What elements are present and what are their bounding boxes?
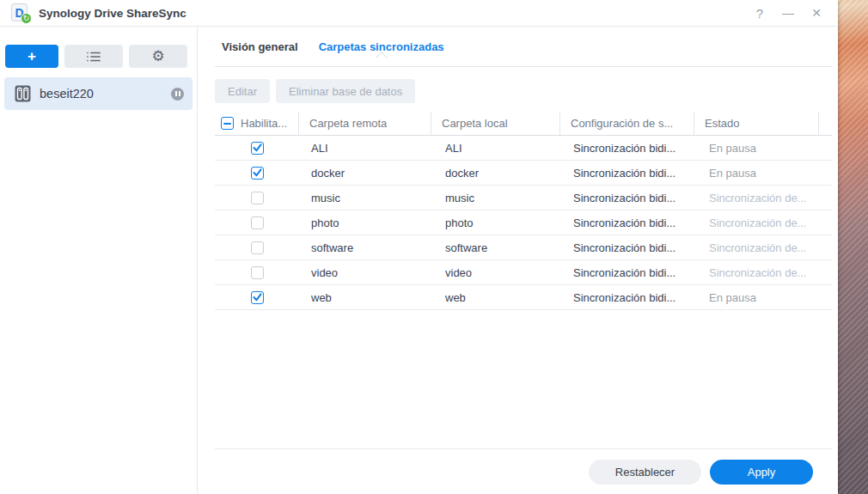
action-toolbar: Editar Eliminar base de datos <box>215 79 832 103</box>
synced-folders-table: Habilita... Carpeta remota Carpeta local… <box>215 112 832 310</box>
column-header-remote-folder[interactable]: Carpeta remota <box>299 112 431 135</box>
check-icon <box>253 293 262 302</box>
table-header: Habilita... Carpeta remota Carpeta local… <box>215 112 832 136</box>
row-enabled-checkbox[interactable] <box>251 217 264 229</box>
pause-status-icon <box>171 88 184 101</box>
table-row[interactable]: web web Sincronización bidi... En pausa <box>215 285 832 310</box>
sidebar-item-connection[interactable]: beseit220 <box>4 77 193 110</box>
sync-config-cell: Sincronización bidi... <box>560 241 694 254</box>
row-enabled-checkbox[interactable] <box>251 167 264 180</box>
connection-name: beseit220 <box>40 87 171 101</box>
remote-folder-cell: docker <box>299 167 431 180</box>
status-cell: Sincronización de... <box>694 241 832 254</box>
remote-folder-cell: ALI <box>299 142 431 155</box>
sync-config-cell: Sincronización bidi... <box>560 291 694 304</box>
row-enabled-checkbox[interactable] <box>251 291 264 304</box>
sync-config-cell: Sincronización bidi... <box>560 266 694 279</box>
status-cell: En pausa <box>694 291 832 304</box>
select-all-checkbox[interactable] <box>221 117 234 130</box>
tab-vision-general[interactable]: Visión general <box>222 37 298 57</box>
app-title: Synology Drive ShareSync <box>39 7 186 20</box>
table-row[interactable]: photo photo Sincronización bidi... Sincr… <box>215 210 832 235</box>
sync-config-cell: Sincronización bidi... <box>560 167 694 180</box>
row-enabled-checkbox[interactable] <box>251 142 264 155</box>
status-cell: Sincronización de... <box>694 192 832 204</box>
row-enabled-checkbox[interactable] <box>251 266 264 279</box>
row-enabled-checkbox[interactable] <box>251 192 264 204</box>
column-header-enabled[interactable]: Habilita... <box>215 112 299 135</box>
reset-button[interactable]: Restablecer <box>589 460 701 485</box>
edit-button[interactable]: Editar <box>215 79 270 103</box>
local-folder-cell: video <box>431 266 560 279</box>
remote-folder-cell: web <box>299 291 431 304</box>
titlebar: D ↻ Synology Drive ShareSync ? — ✕ <box>0 0 838 27</box>
app-logo-icon: D ↻ <box>10 3 31 23</box>
main-panel: Visión general Carpetas sincronizadas Ed… <box>198 27 838 494</box>
check-icon <box>253 143 262 152</box>
status-cell: Sincronización de... <box>694 266 832 279</box>
table-row[interactable]: software software Sincronización bidi...… <box>215 235 832 260</box>
table-body: ALI ALI Sincronización bidi... En pausa … <box>215 136 832 310</box>
footer: Restablecer Apply <box>215 449 832 494</box>
local-folder-cell: software <box>431 241 560 254</box>
settings-button[interactable]: ⚙ <box>129 45 187 68</box>
help-button[interactable]: ? <box>749 3 771 22</box>
tab-bar: Visión general Carpetas sincronizadas <box>215 27 832 67</box>
remote-folder-cell: software <box>299 241 431 254</box>
local-folder-cell: ALI <box>431 142 560 155</box>
remote-folder-cell: music <box>299 192 431 204</box>
app-window: D ↻ Synology Drive ShareSync ? — ✕ + <box>0 0 838 494</box>
add-connection-button[interactable]: + <box>5 45 58 68</box>
table-row[interactable]: ALI ALI Sincronización bidi... En pausa <box>215 136 832 161</box>
status-cell: En pausa <box>694 142 832 155</box>
sync-config-cell: Sincronización bidi... <box>560 142 694 155</box>
active-tab-notch <box>376 51 388 63</box>
local-folder-cell: web <box>431 291 560 304</box>
sync-config-cell: Sincronización bidi... <box>560 192 694 204</box>
sync-badge-icon: ↻ <box>21 13 32 24</box>
remote-folder-cell: photo <box>299 217 431 229</box>
sync-config-cell: Sincronización bidi... <box>560 217 694 229</box>
status-cell: Sincronización de... <box>694 217 832 229</box>
column-header-spacer <box>819 112 832 135</box>
close-button[interactable]: ✕ <box>805 3 828 22</box>
remote-folder-cell: video <box>299 266 431 279</box>
table-row[interactable]: video video Sincronización bidi... Sincr… <box>215 260 832 285</box>
delete-database-button[interactable]: Eliminar base de datos <box>276 79 415 103</box>
column-header-status[interactable]: Estado <box>694 112 819 135</box>
row-enabled-checkbox[interactable] <box>251 241 264 254</box>
list-icon <box>86 50 101 64</box>
status-cell: En pausa <box>694 167 832 180</box>
column-header-sync-config[interactable]: Configuración de s... <box>560 112 694 135</box>
column-header-local-folder[interactable]: Carpeta local <box>431 112 560 135</box>
table-row[interactable]: music music Sincronización bidi... Sincr… <box>215 186 832 210</box>
local-folder-cell: docker <box>431 167 560 180</box>
tab-carpetas-sincronizadas[interactable]: Carpetas sincronizadas <box>319 37 444 57</box>
nas-server-icon <box>15 85 31 102</box>
list-view-button[interactable] <box>64 45 123 68</box>
check-icon <box>253 168 262 177</box>
gear-icon: ⚙ <box>151 49 164 64</box>
table-row[interactable]: docker docker Sincronización bidi... En … <box>215 161 832 186</box>
local-folder-cell: music <box>431 192 560 204</box>
local-folder-cell: photo <box>431 217 560 229</box>
minimize-button[interactable]: — <box>777 3 799 22</box>
apply-button[interactable]: Apply <box>710 460 813 485</box>
sidebar: + ⚙ <box>0 27 198 494</box>
